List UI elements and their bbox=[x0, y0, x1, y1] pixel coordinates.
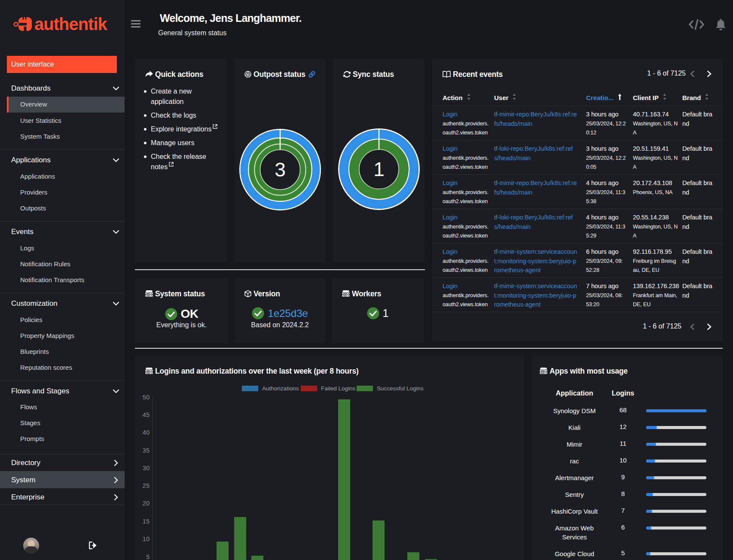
svg-text:1: 1 bbox=[373, 158, 385, 180]
svg-text:authentik: authentik bbox=[34, 15, 108, 33]
svg-text:3: 3 bbox=[275, 158, 286, 181]
